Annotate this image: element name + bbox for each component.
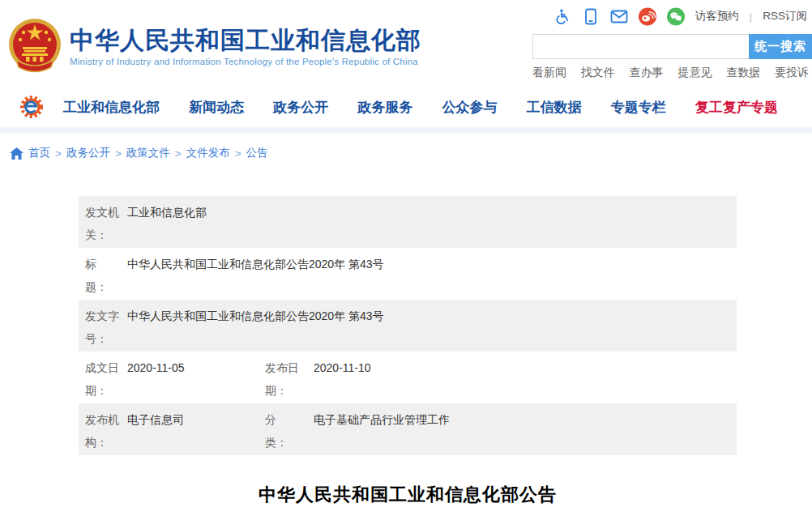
- breadcrumb: 首页>政务公开>政策文件>文件发布>公告: [0, 134, 812, 160]
- quick-link-2[interactable]: 找文件: [581, 66, 615, 80]
- meta-row-2: 标 题：中华人民共和国工业和信息化部公告2020年 第43号: [79, 248, 737, 300]
- site-subtitle: Ministry of Industry and Information Tec…: [70, 57, 421, 66]
- breadcrumb-separator: >: [235, 147, 241, 160]
- meta-row-1: 发文机关：工业和信息化部: [79, 196, 737, 248]
- quick-link-1[interactable]: 看新闻: [532, 66, 566, 80]
- article-container: 发文机关：工业和信息化部标 题：中华人民共和国工业和信息化部公告2020年 第4…: [79, 196, 737, 520]
- nav-item-1[interactable]: 工业和信息化部: [63, 98, 160, 117]
- nav-divider: [0, 126, 812, 134]
- meta-cell: 发文机关：工业和信息化部: [79, 201, 737, 246]
- nav-item-2[interactable]: 新闻动态: [189, 98, 244, 117]
- meta-label: 成文日期：: [85, 356, 124, 402]
- unified-search-button[interactable]: 统一搜索: [749, 34, 812, 59]
- meta-cell: 发文字号：中华人民共和国工业和信息化部公告2020年 第43号: [79, 305, 737, 350]
- main-navigation: 工业和信息化部新闻动态政务公开政务服务公众参与工信数据专题专栏复工复产专题: [0, 87, 812, 126]
- breadcrumb-item-3[interactable]: 政策文件: [126, 146, 170, 160]
- nav-item-5[interactable]: 公众参与: [442, 98, 498, 117]
- national-emblem-logo: [8, 18, 62, 75]
- site-brand[interactable]: 中华人民共和国工业和信息化部 Ministry of Industry and …: [8, 18, 421, 75]
- site-title: 中华人民共和国工业和信息化部: [70, 27, 421, 54]
- miit-gear-e-logo[interactable]: [16, 93, 47, 121]
- search-bar: 统一搜索: [532, 34, 812, 59]
- site-header: 中华人民共和国工业和信息化部 Ministry of Industry and …: [0, 0, 812, 87]
- meta-row-3: 发文字号：中华人民共和国工业和信息化部公告2020年 第43号: [79, 300, 737, 352]
- home-icon[interactable]: [10, 147, 24, 160]
- breadcrumb-item-2[interactable]: 政务公开: [66, 146, 110, 160]
- wechat-icon[interactable]: [667, 7, 685, 25]
- weibo-icon[interactable]: [639, 7, 656, 25]
- document-meta-table: 发文机关：工业和信息化部标 题：中华人民共和国工业和信息化部公告2020年 第4…: [79, 196, 737, 455]
- breadcrumb-separator: >: [115, 147, 122, 160]
- meta-label: 发文机关：: [85, 201, 124, 246]
- document-title: 中华人民共和国工业和信息化部公告: [79, 483, 737, 507]
- header-utility-row: 访客预约 | RSS订阅: [532, 5, 812, 28]
- breadcrumb-item-5[interactable]: 公告: [246, 146, 268, 160]
- meta-value: 2020-11-05: [124, 356, 185, 379]
- meta-value: 中华人民共和国工业和信息化部公告2020年 第43号: [124, 305, 384, 327]
- rss-subscribe-link[interactable]: RSS订阅: [763, 9, 807, 23]
- quick-link-3[interactable]: 查办事: [630, 66, 664, 80]
- utility-divider: |: [750, 11, 752, 23]
- meta-cell: 分 类：电子基础产品行业管理工作: [265, 408, 737, 454]
- nav-item-3[interactable]: 政务公开: [273, 98, 328, 117]
- meta-row-5: 发布机构：电子信息司分 类：电子基础产品行业管理工作: [79, 403, 737, 455]
- nav-item-8[interactable]: 复工复产专题: [695, 98, 778, 117]
- meta-label: 发布机构：: [85, 408, 124, 454]
- meta-value: 电子信息司: [124, 408, 184, 431]
- search-quick-links: 看新闻找文件查办事提意见查数据要投诉: [532, 66, 812, 80]
- meta-label: 分 类：: [265, 408, 310, 454]
- meta-label: 发布日期：: [265, 356, 310, 402]
- meta-cell: 成文日期：2020-11-05: [79, 356, 265, 402]
- meta-value: 2020-11-10: [310, 356, 371, 379]
- accessibility-icon[interactable]: [553, 7, 571, 25]
- breadcrumb-separator: >: [175, 147, 182, 160]
- meta-value: 电子基础产品行业管理工作: [310, 408, 450, 431]
- nav-item-4[interactable]: 政务服务: [357, 98, 412, 117]
- breadcrumb-item-1[interactable]: 首页: [28, 146, 50, 160]
- meta-row-4: 成文日期：2020-11-05发布日期：2020-11-10: [79, 352, 737, 403]
- meta-cell: 发布日期：2020-11-10: [265, 356, 737, 402]
- mail-icon[interactable]: [610, 7, 628, 25]
- breadcrumb-separator: >: [55, 147, 62, 160]
- mobile-icon[interactable]: [582, 7, 600, 25]
- meta-value: 工业和信息化部: [124, 201, 207, 224]
- quick-link-6[interactable]: 要投诉: [775, 66, 809, 80]
- meta-value: 中华人民共和国工业和信息化部公告2020年 第43号: [124, 253, 384, 275]
- meta-cell: 发布机构：电子信息司: [79, 408, 265, 454]
- nav-item-7[interactable]: 专题专栏: [611, 98, 666, 117]
- breadcrumb-item-4[interactable]: 文件发布: [186, 146, 230, 160]
- quick-link-4[interactable]: 提意见: [677, 66, 712, 80]
- meta-label: 发文字号：: [85, 305, 124, 350]
- nav-item-6[interactable]: 工信数据: [527, 98, 582, 117]
- visitor-appointment-link[interactable]: 访客预约: [695, 9, 739, 23]
- meta-label: 标 题：: [85, 253, 124, 298]
- quick-link-5[interactable]: 查数据: [726, 66, 760, 80]
- meta-cell: 标 题：中华人民共和国工业和信息化部公告2020年 第43号: [79, 253, 737, 298]
- search-input[interactable]: [532, 34, 749, 59]
